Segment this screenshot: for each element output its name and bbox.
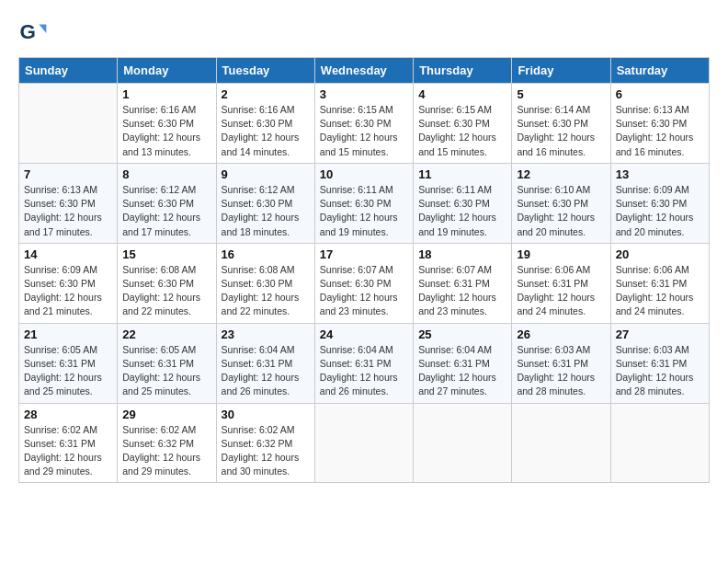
day-number: 15 xyxy=(122,247,210,261)
day-number: 9 xyxy=(222,167,310,181)
day-number: 10 xyxy=(320,167,408,181)
calendar-day: 19 Sunrise: 6:06 AMSunset: 6:31 PMDaylig… xyxy=(512,243,610,323)
day-number: 21 xyxy=(24,327,112,341)
calendar-day: 13 Sunrise: 6:09 AMSunset: 6:30 PMDaylig… xyxy=(610,163,709,243)
day-number: 25 xyxy=(418,327,506,341)
day-number: 16 xyxy=(222,247,310,261)
calendar-table: SundayMondayTuesdayWednesdayThursdayFrid… xyxy=(18,57,710,483)
calendar-week-5: 28 Sunrise: 6:02 AMSunset: 6:31 PMDaylig… xyxy=(19,403,710,483)
calendar-header-saturday: Saturday xyxy=(610,58,709,84)
calendar-day xyxy=(314,403,413,483)
day-info: Sunrise: 6:09 AMSunset: 6:30 PMDaylight:… xyxy=(24,263,112,319)
calendar-header-monday: Monday xyxy=(118,58,216,84)
day-info: Sunrise: 6:16 AMSunset: 6:30 PMDaylight:… xyxy=(122,103,210,159)
day-info: Sunrise: 6:05 AMSunset: 6:31 PMDaylight:… xyxy=(24,343,112,399)
day-info: Sunrise: 6:02 AMSunset: 6:32 PMDaylight:… xyxy=(222,423,310,479)
calendar-day: 25 Sunrise: 6:04 AMSunset: 6:31 PMDaylig… xyxy=(414,323,512,403)
calendar-week-4: 21 Sunrise: 6:05 AMSunset: 6:31 PMDaylig… xyxy=(19,323,710,403)
day-number: 28 xyxy=(24,408,112,421)
svg-marker-1 xyxy=(39,24,46,33)
day-number: 5 xyxy=(517,87,605,101)
calendar-day: 18 Sunrise: 6:07 AMSunset: 6:31 PMDaylig… xyxy=(414,243,512,323)
day-info: Sunrise: 6:02 AMSunset: 6:31 PMDaylight:… xyxy=(24,423,112,479)
calendar-day: 29 Sunrise: 6:02 AMSunset: 6:32 PMDaylig… xyxy=(118,403,216,483)
day-info: Sunrise: 6:13 AMSunset: 6:30 PMDaylight:… xyxy=(24,183,112,239)
calendar-header-friday: Friday xyxy=(512,58,610,84)
calendar-day: 16 Sunrise: 6:08 AMSunset: 6:30 PMDaylig… xyxy=(216,243,314,323)
day-info: Sunrise: 6:07 AMSunset: 6:30 PMDaylight:… xyxy=(320,263,408,319)
day-info: Sunrise: 6:13 AMSunset: 6:30 PMDaylight:… xyxy=(616,103,704,159)
calendar-day: 2 Sunrise: 6:16 AMSunset: 6:30 PMDayligh… xyxy=(216,84,314,164)
day-number: 13 xyxy=(616,167,704,181)
day-info: Sunrise: 6:12 AMSunset: 6:30 PMDaylight:… xyxy=(122,183,210,239)
calendar-day: 1 Sunrise: 6:16 AMSunset: 6:30 PMDayligh… xyxy=(118,84,216,164)
day-number: 2 xyxy=(222,87,310,101)
calendar-day: 3 Sunrise: 6:15 AMSunset: 6:30 PMDayligh… xyxy=(314,84,413,164)
calendar-day: 21 Sunrise: 6:05 AMSunset: 6:31 PMDaylig… xyxy=(19,323,118,403)
logo: G xyxy=(18,18,51,48)
calendar-day: 23 Sunrise: 6:04 AMSunset: 6:31 PMDaylig… xyxy=(216,323,314,403)
day-info: Sunrise: 6:04 AMSunset: 6:31 PMDaylight:… xyxy=(418,343,506,399)
day-info: Sunrise: 6:06 AMSunset: 6:31 PMDaylight:… xyxy=(517,263,605,319)
day-number: 12 xyxy=(517,167,605,181)
calendar-day: 10 Sunrise: 6:11 AMSunset: 6:30 PMDaylig… xyxy=(314,163,413,243)
calendar-day: 26 Sunrise: 6:03 AMSunset: 6:31 PMDaylig… xyxy=(512,323,610,403)
calendar-day: 9 Sunrise: 6:12 AMSunset: 6:30 PMDayligh… xyxy=(216,163,314,243)
calendar-day: 20 Sunrise: 6:06 AMSunset: 6:31 PMDaylig… xyxy=(610,243,709,323)
day-number: 29 xyxy=(122,408,210,421)
calendar-day xyxy=(19,84,118,164)
day-info: Sunrise: 6:07 AMSunset: 6:31 PMDaylight:… xyxy=(418,263,506,319)
day-info: Sunrise: 6:12 AMSunset: 6:30 PMDaylight:… xyxy=(222,183,310,239)
day-info: Sunrise: 6:05 AMSunset: 6:31 PMDaylight:… xyxy=(122,343,210,399)
calendar-day: 30 Sunrise: 6:02 AMSunset: 6:32 PMDaylig… xyxy=(216,403,314,483)
calendar-week-2: 7 Sunrise: 6:13 AMSunset: 6:30 PMDayligh… xyxy=(19,163,710,243)
svg-text:G: G xyxy=(20,20,36,43)
day-info: Sunrise: 6:16 AMSunset: 6:30 PMDaylight:… xyxy=(222,103,310,159)
day-info: Sunrise: 6:11 AMSunset: 6:30 PMDaylight:… xyxy=(418,183,506,239)
calendar-day xyxy=(512,403,610,483)
day-number: 14 xyxy=(24,247,112,261)
page-header: G xyxy=(18,18,710,48)
day-number: 27 xyxy=(616,327,704,341)
calendar-day xyxy=(414,403,512,483)
day-number: 20 xyxy=(616,247,704,261)
calendar-day: 24 Sunrise: 6:04 AMSunset: 6:31 PMDaylig… xyxy=(314,323,413,403)
day-number: 24 xyxy=(320,327,408,341)
calendar-header-row: SundayMondayTuesdayWednesdayThursdayFrid… xyxy=(19,58,710,84)
day-number: 23 xyxy=(222,327,310,341)
calendar-day xyxy=(610,403,709,483)
day-number: 22 xyxy=(122,327,210,341)
calendar-week-3: 14 Sunrise: 6:09 AMSunset: 6:30 PMDaylig… xyxy=(19,243,710,323)
day-info: Sunrise: 6:02 AMSunset: 6:32 PMDaylight:… xyxy=(122,423,210,479)
day-number: 6 xyxy=(616,87,704,101)
day-info: Sunrise: 6:15 AMSunset: 6:30 PMDaylight:… xyxy=(320,103,408,159)
calendar-body: 1 Sunrise: 6:16 AMSunset: 6:30 PMDayligh… xyxy=(19,84,710,483)
calendar-day: 14 Sunrise: 6:09 AMSunset: 6:30 PMDaylig… xyxy=(19,243,118,323)
calendar-day: 6 Sunrise: 6:13 AMSunset: 6:30 PMDayligh… xyxy=(610,84,709,164)
day-number: 18 xyxy=(418,247,506,261)
day-info: Sunrise: 6:14 AMSunset: 6:30 PMDaylight:… xyxy=(517,103,605,159)
calendar-header-wednesday: Wednesday xyxy=(314,58,413,84)
day-info: Sunrise: 6:15 AMSunset: 6:30 PMDaylight:… xyxy=(418,103,506,159)
calendar-day: 15 Sunrise: 6:08 AMSunset: 6:30 PMDaylig… xyxy=(118,243,216,323)
calendar-header-thursday: Thursday xyxy=(414,58,512,84)
day-info: Sunrise: 6:09 AMSunset: 6:30 PMDaylight:… xyxy=(616,183,704,239)
day-number: 30 xyxy=(222,408,310,421)
day-info: Sunrise: 6:04 AMSunset: 6:31 PMDaylight:… xyxy=(320,343,408,399)
calendar-day: 28 Sunrise: 6:02 AMSunset: 6:31 PMDaylig… xyxy=(19,403,118,483)
day-number: 1 xyxy=(122,87,210,101)
calendar-day: 12 Sunrise: 6:10 AMSunset: 6:30 PMDaylig… xyxy=(512,163,610,243)
calendar-day: 8 Sunrise: 6:12 AMSunset: 6:30 PMDayligh… xyxy=(118,163,216,243)
calendar-day: 17 Sunrise: 6:07 AMSunset: 6:30 PMDaylig… xyxy=(314,243,413,323)
calendar-day: 22 Sunrise: 6:05 AMSunset: 6:31 PMDaylig… xyxy=(118,323,216,403)
day-number: 8 xyxy=(122,167,210,181)
calendar-day: 5 Sunrise: 6:14 AMSunset: 6:30 PMDayligh… xyxy=(512,84,610,164)
day-number: 7 xyxy=(24,167,112,181)
day-number: 19 xyxy=(517,247,605,261)
calendar-week-1: 1 Sunrise: 6:16 AMSunset: 6:30 PMDayligh… xyxy=(19,84,710,164)
calendar-day: 11 Sunrise: 6:11 AMSunset: 6:30 PMDaylig… xyxy=(414,163,512,243)
calendar-header-sunday: Sunday xyxy=(19,58,118,84)
logo-icon: G xyxy=(18,18,48,48)
day-info: Sunrise: 6:08 AMSunset: 6:30 PMDaylight:… xyxy=(222,263,310,319)
day-number: 4 xyxy=(418,87,506,101)
